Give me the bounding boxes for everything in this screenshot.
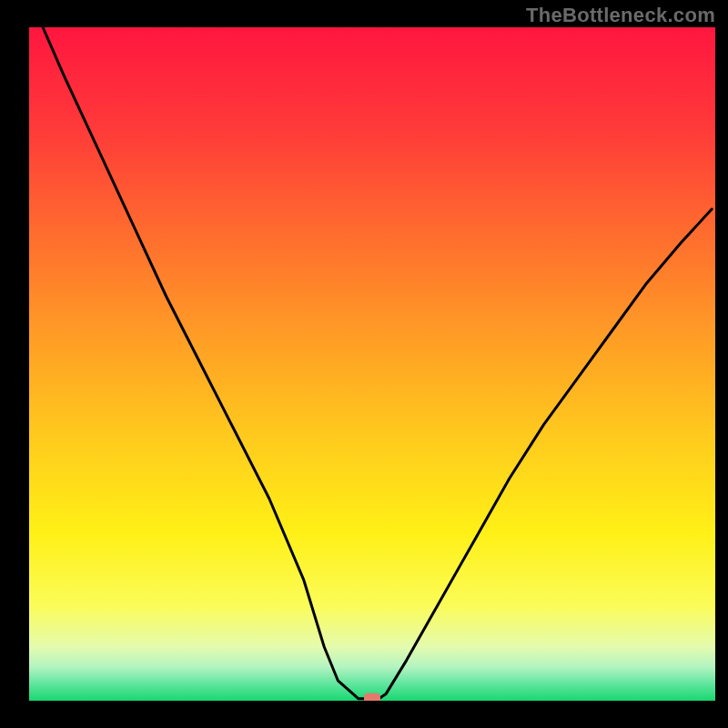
plot-svg bbox=[29, 27, 715, 701]
gradient-background bbox=[29, 27, 715, 701]
chart-container: TheBottleneck.com bbox=[0, 0, 728, 728]
plot-area bbox=[29, 27, 715, 701]
watermark-text: TheBottleneck.com bbox=[526, 4, 715, 27]
minimum-marker bbox=[364, 693, 380, 701]
